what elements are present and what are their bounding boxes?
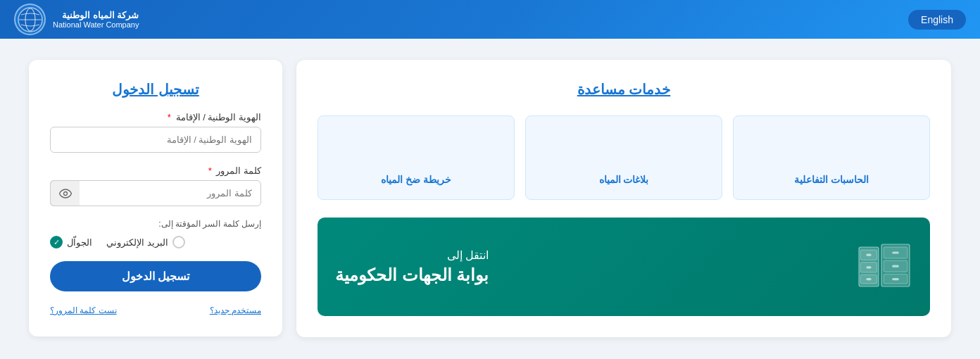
otp-email-label: البريد الإلكتروني xyxy=(106,237,168,248)
otp-options: البريد الإلكتروني الجواّل xyxy=(50,236,261,248)
password-form-group: كلمة المرور * xyxy=(50,165,261,206)
otp-mobile-label: الجواّل xyxy=(67,237,92,248)
filing-cabinet-icon xyxy=(856,239,912,295)
gov-banner-portal-name: بوابة الجهات الحكومية xyxy=(335,265,489,285)
svg-rect-14 xyxy=(892,251,899,253)
login-button[interactable]: تسجيل الدخول xyxy=(50,261,261,291)
national-id-input[interactable] xyxy=(50,127,261,153)
services-grid: الحاسبات التفاعلية بلاغات المياه خريطة ض… xyxy=(318,115,930,200)
svg-rect-15 xyxy=(892,265,899,267)
login-panel: تسجيل الدخول الهوية الوطنية / الإقامة * … xyxy=(29,60,282,336)
company-logo xyxy=(14,4,46,35)
company-name: شركة المياه الوطنية National Water Compa… xyxy=(53,10,139,29)
id-label: الهوية الوطنية / الإقامة * xyxy=(50,112,261,122)
service-card-water-map[interactable]: خريطة ضخ المياه xyxy=(318,115,515,200)
otp-email-option[interactable]: البريد الإلكتروني xyxy=(106,236,185,248)
password-required-star: * xyxy=(208,165,212,176)
bottom-links: مستخدم جديد؟ نست كلمة المرور؟ xyxy=(50,306,261,315)
email-radio[interactable] xyxy=(172,236,185,248)
login-title: تسجيل الدخول xyxy=(50,81,261,98)
gov-banner-goto: انتقل إلى xyxy=(335,248,489,262)
new-user-link[interactable]: مستخدم جديد؟ xyxy=(210,306,261,315)
otp-section: إرسل كلمة السر المؤقتة إلى: البريد الإلك… xyxy=(50,219,261,248)
page-header: English شركة المياه الوطنية National Wat… xyxy=(0,0,980,39)
company-name-english: National Water Company xyxy=(53,20,139,29)
password-label: كلمة المرور * xyxy=(50,165,261,176)
service-card-interactive-calculators[interactable]: الحاسبات التفاعلية xyxy=(733,115,930,200)
password-wrapper xyxy=(50,180,261,206)
service-card-water-reports[interactable]: بلاغات المياه xyxy=(525,115,722,200)
logo-icon xyxy=(17,6,44,33)
password-input[interactable] xyxy=(50,180,261,206)
services-panel: خدمات مساعدة الحاسبات التفاعلية بلاغات ا… xyxy=(296,60,951,337)
svg-rect-9 xyxy=(866,278,871,280)
toggle-password-button[interactable] xyxy=(50,180,80,206)
svg-rect-8 xyxy=(866,266,871,268)
services-title: خدمات مساعدة xyxy=(318,81,930,98)
svg-rect-7 xyxy=(866,254,871,256)
gov-portal-banner[interactable]: انتقل إلى بوابة الجهات الحكومية xyxy=(318,218,930,316)
otp-mobile-option[interactable]: الجواّل xyxy=(50,236,92,248)
id-form-group: الهوية الوطنية / الإقامة * xyxy=(50,112,261,153)
eye-icon xyxy=(59,189,72,199)
language-button[interactable]: English xyxy=(908,10,966,30)
svg-point-17 xyxy=(63,191,67,195)
service-label: الحاسبات التفاعلية xyxy=(794,174,869,185)
main-content: خدمات مساعدة الحاسبات التفاعلية بلاغات ا… xyxy=(15,60,965,337)
logo-area: شركة المياه الوطنية National Water Compa… xyxy=(14,4,139,35)
mobile-radio[interactable] xyxy=(50,236,63,248)
svg-rect-16 xyxy=(892,278,899,280)
gov-banner-icon xyxy=(856,239,912,295)
service-label: بلاغات المياه xyxy=(599,174,649,185)
company-name-arabic: شركة المياه الوطنية xyxy=(53,10,139,20)
forgot-password-link[interactable]: نست كلمة المرور؟ xyxy=(50,306,117,315)
id-required-star: * xyxy=(168,112,171,122)
gov-banner-text: انتقل إلى بوابة الجهات الحكومية xyxy=(335,248,489,285)
service-label: خريطة ضخ المياه xyxy=(381,174,451,185)
otp-label: إرسل كلمة السر المؤقتة إلى: xyxy=(50,219,261,229)
